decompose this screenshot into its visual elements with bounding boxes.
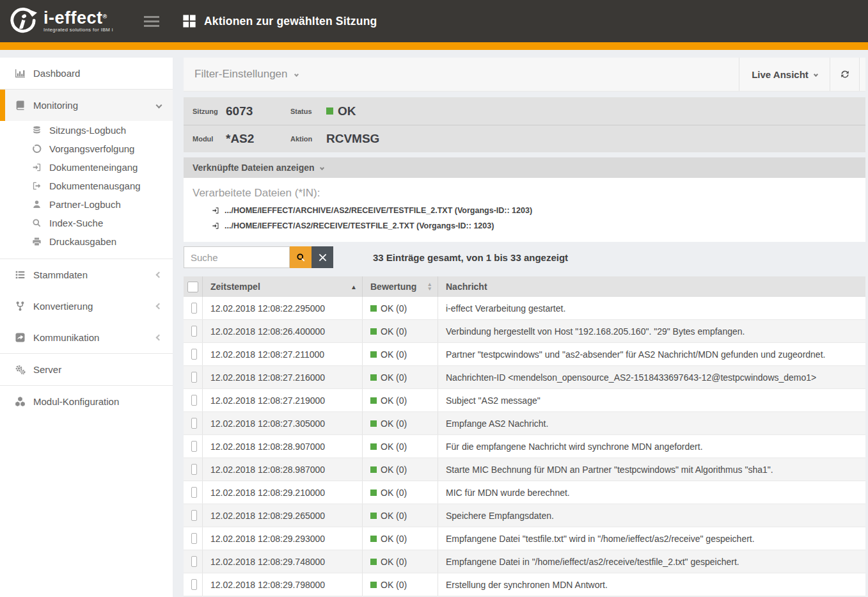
- table-header-row: Zeitstempel ▲ Bewertung ▲▼ Nachricht: [184, 276, 865, 297]
- sign-out-icon: [32, 181, 43, 191]
- sign-in-icon: [212, 222, 219, 230]
- processed-files-heading: Verarbeitete Dateien (*IN):: [184, 187, 865, 200]
- row-checkbox[interactable]: [191, 464, 197, 475]
- table-row[interactable]: 12.02.2018 12:08:27.211000OK (0)Partner …: [184, 343, 865, 366]
- table-row[interactable]: 12.02.2018 12:08:28.907000OK (0)Für die …: [184, 435, 865, 458]
- message-cell: Speichere Empfangsdaten.: [438, 504, 865, 527]
- table-row[interactable]: 12.02.2018 12:08:29.265000OK (0)Speicher…: [184, 504, 865, 527]
- aktion-value: RCVMSG: [326, 132, 865, 146]
- table-row[interactable]: 12.02.2018 12:08:27.305000OK (0)Empfange…: [184, 412, 865, 435]
- message-cell: Starte MIC Bechnung für MDN an Partner "…: [438, 458, 865, 481]
- row-checkbox[interactable]: [191, 487, 197, 498]
- main-content: Filter-Einstellungen Live Ansicht Sitzun…: [184, 58, 865, 597]
- search-icon: [296, 253, 306, 262]
- sidebar-item-server[interactable]: Server: [0, 354, 173, 385]
- column-header-nachricht[interactable]: Nachricht: [438, 276, 865, 297]
- row-checkbox[interactable]: [191, 418, 197, 429]
- sort-both-icon: ▲▼: [427, 282, 432, 291]
- sidebar-section: Server: [0, 354, 173, 386]
- file-link[interactable]: .../HOME/IEFFECT/AS2/RECEIVE/TESTFILE_2.…: [212, 221, 865, 230]
- timestamp-cell: 12.02.2018 12:08:29.748000: [203, 550, 363, 573]
- search-input[interactable]: [184, 246, 290, 268]
- sidebar-item-label: Vorgangsverfolgung: [49, 143, 134, 154]
- sidebar-item-kommunikation[interactable]: Kommunikation: [0, 322, 173, 353]
- row-checkbox[interactable]: [191, 326, 197, 337]
- sidebar-item-monitoring[interactable]: Monitoring: [0, 90, 173, 121]
- sidebar-item-sitzungs-logbuch[interactable]: Sitzungs-Logbuch: [0, 121, 173, 139]
- row-checkbox[interactable]: [191, 556, 197, 567]
- row-checkbox-cell: [184, 435, 203, 458]
- row-checkbox[interactable]: [191, 510, 197, 521]
- accent-bar: [0, 42, 868, 50]
- modul-value: *AS2: [226, 132, 290, 146]
- live-view-dropdown[interactable]: Live Ansicht: [739, 58, 830, 91]
- row-checkbox[interactable]: [191, 349, 197, 360]
- table-row[interactable]: 12.02.2018 12:08:29.293000OK (0)Empfange…: [184, 527, 865, 550]
- modul-label: Modul: [184, 135, 226, 143]
- filter-settings-toggle[interactable]: Filter-Einstellungen: [184, 58, 739, 91]
- list-icon: [15, 269, 26, 280]
- table-row[interactable]: 12.02.2018 12:08:29.798000OK (0)Erstellu…: [184, 573, 865, 596]
- sidebar-item-label: Modul-Konfiguration: [33, 396, 119, 407]
- row-checkbox[interactable]: [191, 579, 197, 590]
- select-all-checkbox[interactable]: [187, 282, 198, 292]
- table-row[interactable]: 12.02.2018 12:08:29.748000OK (0)Empfange…: [184, 550, 865, 573]
- sidebar-item-dashboard[interactable]: Dashboard: [0, 58, 173, 89]
- chevron-left-icon: [156, 272, 162, 278]
- sidebar-item-label: Index-Suche: [49, 218, 103, 228]
- row-checkbox[interactable]: [191, 441, 197, 452]
- table-row[interactable]: 12.02.2018 12:08:22.295000OK (0)i-effect…: [184, 297, 865, 320]
- sidebar-item-vorgangsverfolgung[interactable]: Vorgangsverfolgung: [0, 139, 173, 158]
- row-checkbox[interactable]: [191, 395, 197, 406]
- hamburger-menu-icon[interactable]: [140, 12, 163, 31]
- sidebar-item-label: Kommunikation: [33, 332, 99, 343]
- registered-mark: ®: [103, 13, 107, 20]
- file-link[interactable]: .../HOME/IEFFECT/ARCHIVE/AS2/RECEIVE/TES…: [212, 206, 865, 215]
- sidebar-item-modul-konfiguration[interactable]: Modul-Konfiguration: [0, 386, 173, 417]
- rating-cell: OK (0): [363, 297, 438, 319]
- row-checkbox[interactable]: [191, 372, 197, 383]
- timestamp-cell: 12.02.2018 12:08:29.210000: [203, 481, 363, 504]
- filter-bar: Filter-Einstellungen Live Ansicht: [184, 58, 865, 92]
- rating-text: OK (0): [381, 511, 407, 521]
- table-row[interactable]: 12.02.2018 12:08:27.216000OK (0)Nachrich…: [184, 366, 865, 389]
- column-header-bewertung[interactable]: Bewertung ▲▼: [363, 276, 438, 297]
- message-cell: Subject "AS2 message": [438, 389, 865, 411]
- column-header-zeitstempel[interactable]: Zeitstempel ▲: [203, 276, 363, 297]
- sidebar-section: MonitoringSitzungs-LogbuchVorgangsverfol…: [0, 90, 173, 259]
- sidebar-item-druckausgaben[interactable]: Druckausgaben: [0, 232, 173, 251]
- chart-bar-icon: [15, 68, 26, 79]
- timestamp-cell: 12.02.2018 12:08:28.907000: [203, 435, 363, 458]
- row-checkbox[interactable]: [191, 533, 197, 544]
- rating-cell: OK (0): [363, 343, 438, 365]
- search-button[interactable]: [290, 246, 312, 268]
- table-row[interactable]: 12.02.2018 12:08:29.210000OK (0)MIC für …: [184, 481, 865, 504]
- rating-cell: OK (0): [363, 504, 438, 527]
- sidebar-item-index-suche[interactable]: Index-Suche: [0, 214, 173, 232]
- logo-tagline: Integrated solutions for IBM i: [43, 27, 113, 33]
- rating-cell: OK (0): [363, 573, 438, 596]
- app-logo[interactable]: i-effect® Integrated solutions for IBM i: [0, 6, 113, 36]
- timestamp-cell: 12.02.2018 12:08:29.293000: [203, 527, 363, 550]
- sidebar-item-partner-logbuch[interactable]: Partner-Logbuch: [0, 195, 173, 214]
- clear-search-button[interactable]: [312, 246, 333, 268]
- processed-files-list: .../HOME/IEFFECT/ARCHIVE/AS2/RECEIVE/TES…: [184, 206, 865, 230]
- linked-files-toggle[interactable]: Verknüpfte Dateien anzeigen: [184, 157, 865, 178]
- rating-cell: OK (0): [363, 435, 438, 458]
- refresh-button[interactable]: [830, 58, 859, 91]
- row-checkbox-cell: [184, 343, 203, 365]
- status-square-icon: [370, 466, 377, 473]
- row-checkbox[interactable]: [191, 303, 197, 314]
- sidebar-item-konvertierung[interactable]: Konvertierung: [0, 291, 173, 322]
- chevron-left-icon: [156, 303, 162, 310]
- status-value: OK: [326, 104, 865, 118]
- table-row[interactable]: 12.02.2018 12:08:28.987000OK (0)Starte M…: [184, 458, 865, 481]
- sidebar-item-dokumentenausgang[interactable]: Dokumentenausgang: [0, 177, 173, 195]
- sidebar-section: Modul-Konfiguration: [0, 386, 173, 417]
- table-row[interactable]: 12.02.2018 12:08:27.219000OK (0)Subject …: [184, 389, 865, 412]
- chevron-down-icon: [320, 165, 324, 170]
- table-row[interactable]: 12.02.2018 12:08:26.400000OK (0)Verbindu…: [184, 320, 865, 343]
- sidebar-item-dokumenteneingang[interactable]: Dokumenteneingang: [0, 158, 173, 177]
- book-icon: [15, 100, 26, 111]
- sidebar-item-stammdaten[interactable]: Stammdaten: [0, 259, 173, 291]
